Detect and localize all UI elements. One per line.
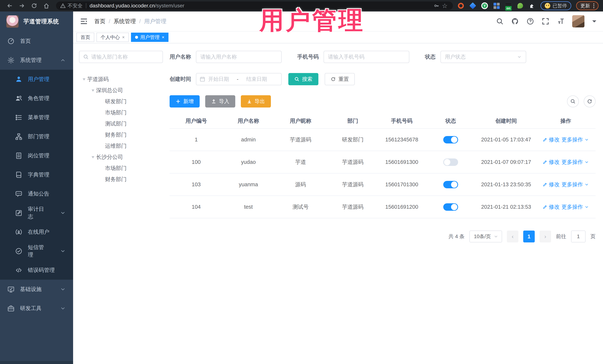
sidebar-item-user[interactable]: 用户管理 — [0, 70, 73, 89]
tree-node[interactable]: 芋道源码 — [79, 74, 163, 85]
chrome-update-button[interactable]: 更新 — [576, 1, 599, 10]
more-actions-link[interactable]: 更多操作 — [561, 158, 589, 166]
status-toggle[interactable] — [443, 136, 458, 143]
column-header: 用户昵称 — [274, 117, 327, 125]
tab-首页[interactable]: 首页 — [76, 33, 94, 42]
import-button[interactable]: 导入 — [205, 95, 235, 108]
profile-paused-badge[interactable]: 已暂停 — [541, 1, 571, 10]
sidebar-item-book[interactable]: 字典管理 — [0, 165, 73, 184]
sidebar-item-monitor[interactable]: 基础设施 — [0, 280, 73, 299]
tree-caret-icon[interactable] — [90, 87, 96, 94]
table-cell: 15601691200 — [378, 204, 425, 210]
tree-caret-icon[interactable] — [90, 154, 96, 160]
tree-node[interactable]: 市场部门 — [79, 163, 163, 174]
status-select[interactable]: 用户状态 — [441, 51, 526, 63]
security-label: 不安全 — [68, 2, 82, 9]
date-range-picker[interactable]: 开始日期 - 结束日期 — [196, 73, 282, 85]
show-search-circle-button[interactable] — [567, 95, 579, 107]
tab-用户管理[interactable]: 用户管理× — [131, 33, 168, 42]
tree-node[interactable]: 运维部门 — [79, 141, 163, 152]
sidebar-item-online[interactable]: 在线用户 — [0, 222, 73, 242]
help-icon[interactable] — [527, 18, 534, 25]
github-icon[interactable] — [511, 18, 519, 25]
sidebar-item-badge[interactable]: 岗位管理 — [0, 146, 73, 165]
sidebar-item-list[interactable]: 菜单管理 — [0, 108, 73, 127]
sidebar-item-code[interactable]: 错误码管理 — [0, 261, 73, 280]
tree-node[interactable]: 财务部门 — [79, 129, 163, 141]
sidebar-item-tool[interactable]: 研发工具 — [0, 299, 73, 318]
browser-reload-icon[interactable] — [29, 1, 39, 10]
ext-squares-icon[interactable] — [493, 2, 500, 9]
tree-node[interactable]: 深圳总公司 — [79, 85, 163, 96]
breadcrumb-home[interactable]: 首页 — [94, 18, 105, 25]
more-actions-link[interactable]: 更多操作 — [561, 203, 589, 211]
status-toggle[interactable] — [443, 181, 458, 188]
sidebar-item-check[interactable]: 短信管理 — [0, 242, 73, 261]
add-button[interactable]: 新增 — [170, 95, 200, 108]
font-size-icon[interactable] — [557, 18, 564, 25]
ext-leaf-key-icon[interactable] — [517, 2, 524, 9]
export-button[interactable]: 导出 — [241, 95, 271, 108]
more-actions-link[interactable]: 更多操作 — [561, 136, 589, 143]
edit-link[interactable]: 修改 — [543, 136, 560, 143]
ext-kite-icon[interactable] — [469, 2, 476, 9]
mobile-input[interactable] — [324, 51, 409, 63]
reset-button[interactable]: 重置 — [325, 73, 355, 85]
sidebar-item-gear[interactable]: 系统管理 — [0, 51, 73, 70]
browser-menu-icon[interactable] — [593, 3, 594, 8]
bookmark-star-icon[interactable]: ☆ — [441, 1, 449, 10]
more-actions-link[interactable]: 更多操作 — [561, 181, 589, 188]
extensions-puzzle-icon[interactable] — [529, 2, 536, 9]
fullscreen-icon[interactable] — [542, 18, 549, 25]
next-page-button[interactable]: › — [540, 231, 551, 243]
password-key-icon[interactable] — [432, 1, 441, 10]
edit-link[interactable]: 修改 — [543, 158, 560, 166]
ext-orange-icon[interactable] — [457, 2, 464, 9]
browser-forward-icon[interactable] — [17, 1, 27, 10]
tree-node[interactable]: 长沙分公司 — [79, 152, 163, 163]
tree-node[interactable]: 研发部门 — [79, 96, 163, 107]
goto-page-input[interactable] — [571, 231, 586, 243]
sidebar-collapse-icon[interactable] — [80, 17, 88, 25]
header-search-icon[interactable] — [496, 18, 504, 25]
column-header: 用户编号 — [170, 117, 223, 125]
ext-green-y-icon[interactable]: Y — [481, 2, 488, 9]
sidebar-item-users[interactable]: 角色管理 — [0, 89, 73, 108]
avatar-caret-icon[interactable] — [592, 20, 596, 24]
current-page-button[interactable]: 1 — [523, 231, 535, 243]
prev-page-button[interactable]: ‹ — [507, 231, 518, 243]
table-cell: 源码 — [274, 181, 327, 188]
edit-link[interactable]: 修改 — [543, 181, 560, 188]
address-bar[interactable]: 不安全 dashboard.yudao.iocoder.cn/system/us… — [56, 1, 453, 10]
tree-node[interactable]: 测试部门 — [79, 118, 163, 129]
edit-link[interactable]: 修改 — [543, 203, 560, 211]
refresh-circle-button[interactable] — [584, 95, 596, 107]
user-avatar[interactable] — [572, 15, 584, 27]
tree-node-label: 运维部门 — [105, 142, 127, 150]
department-search-input[interactable] — [91, 54, 159, 60]
search-button[interactable]: 搜索 — [288, 73, 318, 85]
tab-个人中心[interactable]: 个人中心× — [96, 33, 129, 42]
tree-node-label: 测试部门 — [105, 120, 127, 128]
close-icon[interactable]: × — [122, 35, 125, 40]
tree-caret-icon[interactable] — [81, 76, 87, 82]
app-logo[interactable]: 芋道管理系统 — [0, 11, 73, 32]
sidebar-item-editlog[interactable]: 审计日志 — [0, 203, 73, 222]
department-tree: 芋道源码深圳总公司研发部门市场部门测试部门财务部门运维部门长沙分公司市场部门财务… — [79, 74, 163, 185]
tree-node[interactable]: 财务部门 — [79, 174, 163, 185]
browser-back-icon[interactable] — [4, 1, 15, 10]
department-search[interactable] — [79, 51, 163, 63]
sidebar-item-chat[interactable]: 通知公告 — [0, 184, 73, 203]
browser-home-icon[interactable] — [41, 1, 52, 10]
ext-switch-on-icon[interactable]: on — [505, 2, 512, 9]
close-icon[interactable]: × — [162, 35, 164, 40]
sidebar-item-home[interactable]: 首页 — [0, 32, 73, 51]
status-toggle[interactable] — [443, 203, 458, 211]
tree-node[interactable]: 市场部门 — [79, 107, 163, 118]
security-warning[interactable]: 不安全 — [60, 2, 82, 9]
status-toggle[interactable] — [443, 158, 458, 166]
page-size-select[interactable]: 10条/页 — [469, 231, 502, 243]
breadcrumb-system[interactable]: 系统管理 — [114, 18, 136, 25]
username-input[interactable] — [196, 51, 282, 63]
sidebar-item-tree[interactable]: 部门管理 — [0, 127, 73, 146]
